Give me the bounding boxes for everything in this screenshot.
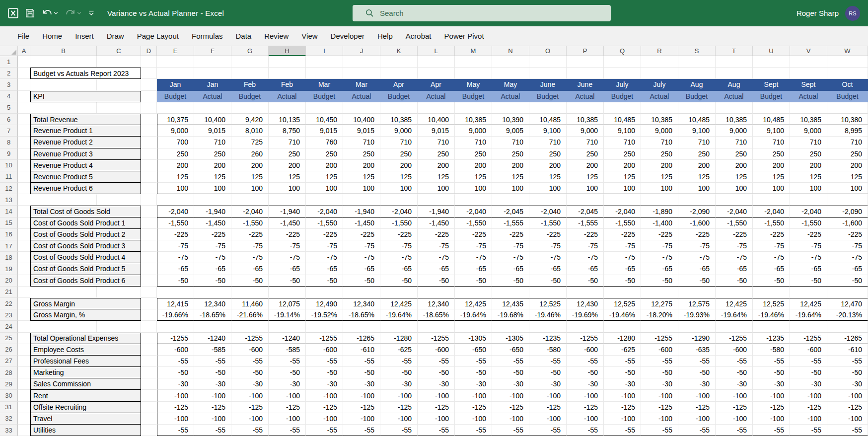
cell-G1[interactable] [231, 56, 269, 68]
cell-T18[interactable]: -75 [716, 252, 753, 263]
cell-O2[interactable] [529, 68, 567, 79]
cell-E20[interactable]: -50 [157, 275, 194, 287]
cell-L30[interactable]: -100 [418, 390, 455, 401]
cell-I19[interactable]: -65 [306, 263, 343, 275]
cell-N5[interactable] [492, 102, 529, 114]
cell-F3[interactable]: Jan [194, 79, 231, 90]
cell-G11[interactable]: 125 [231, 171, 269, 183]
cell-I27[interactable]: -55 [306, 356, 343, 367]
cell-E18[interactable]: -75 [157, 252, 194, 263]
cell-M12[interactable]: 100 [455, 183, 492, 194]
column-header-G[interactable]: G [231, 46, 269, 56]
cell-L7[interactable]: 9,015 [418, 125, 455, 137]
cell-S27[interactable]: -55 [678, 356, 716, 367]
cell-T2[interactable] [716, 68, 753, 79]
tab-review[interactable]: Review [258, 26, 295, 46]
column-header-P[interactable]: P [567, 46, 604, 56]
cell-H7[interactable]: 8,750 [269, 125, 306, 137]
cell-label-B20[interactable]: Cost of Goods Sold Product 6 [30, 275, 141, 287]
cell-E8[interactable]: 700 [157, 137, 194, 148]
tab-home[interactable]: Home [36, 26, 69, 46]
cell-F7[interactable]: 9,015 [194, 125, 231, 137]
undo-icon[interactable] [42, 9, 58, 18]
row-header-24[interactable]: 24 [0, 321, 18, 332]
cell-label-B25[interactable]: Total Operational Expenses [30, 333, 141, 344]
row-header-8[interactable]: 8 [0, 137, 18, 148]
cell-V4[interactable]: Actual [790, 91, 827, 102]
cell-I16[interactable]: -225 [306, 229, 343, 240]
cell-F14[interactable]: -1,940 [194, 206, 231, 217]
cell-H3[interactable]: Feb [269, 79, 306, 90]
cell-J14[interactable]: -1,940 [343, 206, 380, 217]
cell-P16[interactable]: -225 [567, 229, 604, 240]
cell-O28[interactable]: -50 [529, 367, 567, 378]
cell-W32[interactable]: -100 [827, 413, 868, 425]
cell-K25[interactable]: -1280 [380, 333, 418, 344]
row-header-6[interactable]: 6 [0, 114, 18, 125]
cell-P21[interactable] [567, 287, 604, 298]
cell-R31[interactable]: -125 [641, 402, 678, 413]
cell-label-B16[interactable]: Cost of Goods Sold Product 2 [30, 229, 141, 240]
row-header-22[interactable]: 22 [0, 298, 18, 309]
cell-V3[interactable]: Sept [790, 79, 827, 90]
cell-O25[interactable]: -1235 [529, 333, 567, 344]
cell-Q26[interactable]: -625 [604, 344, 641, 356]
cell-T13[interactable] [716, 194, 753, 206]
cell-L11[interactable]: 125 [418, 171, 455, 183]
cell-M10[interactable]: 200 [455, 160, 492, 171]
cell-I29[interactable]: -30 [306, 378, 343, 390]
cell-I4[interactable]: Budget [306, 91, 343, 102]
cell-H23[interactable]: -19.14% [269, 309, 306, 321]
cell-N1[interactable] [492, 56, 529, 68]
cell-F10[interactable]: 200 [194, 160, 231, 171]
cell-M18[interactable]: -75 [455, 252, 492, 263]
cell-T23[interactable]: -19.64% [716, 309, 753, 321]
cell-V10[interactable]: 200 [790, 160, 827, 171]
cell-T25[interactable]: -1255 [716, 333, 753, 344]
cell-P26[interactable]: -600 [567, 344, 604, 356]
cell-M7[interactable]: 9,000 [455, 125, 492, 137]
cell-L1[interactable] [418, 56, 455, 68]
cell-S25[interactable]: -1290 [678, 333, 716, 344]
cell-L20[interactable]: -50 [418, 275, 455, 287]
cell-U19[interactable]: -65 [753, 263, 790, 275]
cell-Q21[interactable] [604, 287, 641, 298]
cell-A4[interactable] [18, 91, 30, 102]
cell-I30[interactable]: -100 [306, 390, 343, 401]
cell-R2[interactable] [641, 68, 678, 79]
cell-Q15[interactable]: -1,550 [604, 218, 641, 229]
cell-Q8[interactable]: 710 [604, 137, 641, 148]
cell-M5[interactable] [455, 102, 492, 114]
cell-F30[interactable]: -100 [194, 390, 231, 401]
cell-Q3[interactable]: July [604, 79, 641, 90]
quick-access-customize-icon[interactable] [88, 10, 94, 16]
cell-D16[interactable] [141, 229, 157, 240]
cell-H18[interactable]: -75 [269, 252, 306, 263]
cell-S21[interactable] [678, 287, 716, 298]
cell-D8[interactable] [141, 137, 157, 148]
cell-U9[interactable]: 250 [753, 148, 790, 160]
cell-D29[interactable] [141, 378, 157, 390]
cell-G30[interactable]: -100 [231, 390, 269, 401]
cell-label-B26[interactable]: Employee Costs [30, 344, 141, 356]
cell-H16[interactable]: -225 [269, 229, 306, 240]
cell-E5[interactable] [157, 102, 194, 114]
cell-L5[interactable] [418, 102, 455, 114]
cell-E10[interactable]: 200 [157, 160, 194, 171]
cell-A20[interactable] [18, 275, 30, 287]
row-header-9[interactable]: 9 [0, 148, 18, 160]
cell-D1[interactable] [141, 56, 157, 68]
cell-label-B6[interactable]: Total Revenue [30, 114, 141, 125]
cell-Q25[interactable]: -1280 [604, 333, 641, 344]
cell-T33[interactable]: -55 [716, 425, 753, 436]
cell-M23[interactable]: -19.64% [455, 309, 492, 321]
tab-developer[interactable]: Developer [324, 26, 371, 46]
cell-K7[interactable]: 9,000 [380, 125, 418, 137]
cell-G10[interactable]: 200 [231, 160, 269, 171]
cell-D13[interactable] [141, 194, 157, 206]
cell-O23[interactable]: -19.46% [529, 309, 567, 321]
cell-M13[interactable] [455, 194, 492, 206]
cell-F8[interactable]: 710 [194, 137, 231, 148]
cell-P23[interactable]: -19.69% [567, 309, 604, 321]
cell-D30[interactable] [141, 390, 157, 401]
